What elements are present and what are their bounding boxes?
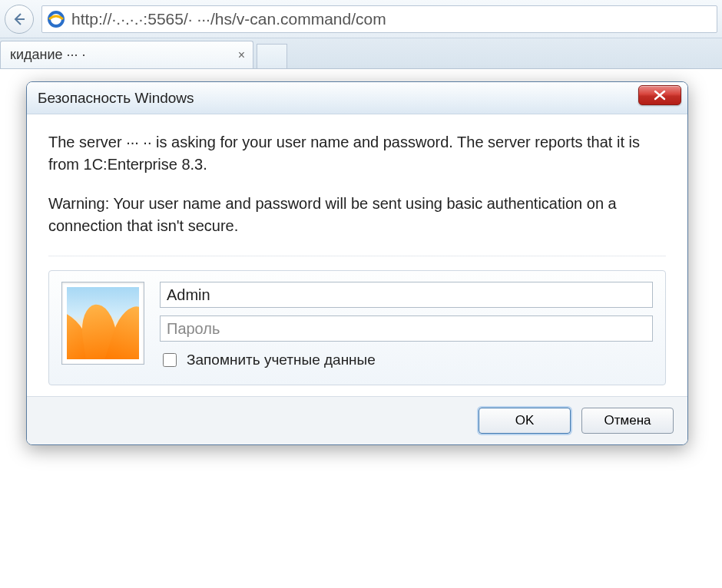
divider bbox=[48, 256, 666, 256]
user-avatar bbox=[61, 282, 144, 365]
arrow-left-icon bbox=[12, 12, 27, 27]
remember-label-text: Запомнить учетные данные bbox=[187, 352, 376, 368]
dialog-footer: OK Отмена bbox=[27, 396, 687, 444]
browser-toolbar: http://·.·.·.·:5565/· ···/hs/v-can.comma… bbox=[0, 0, 722, 38]
address-bar[interactable]: http://·.·.·.·:5565/· ···/hs/v-can.comma… bbox=[41, 5, 717, 33]
password-input[interactable] bbox=[160, 315, 653, 342]
dialog-body: The server ··· ·· is asking for your use… bbox=[27, 114, 687, 396]
tab-strip: кидание ··· · × bbox=[0, 38, 722, 69]
back-button[interactable] bbox=[5, 5, 34, 34]
dialog-title: Безопасность Windows bbox=[38, 90, 194, 107]
cancel-button[interactable]: Отмена bbox=[581, 408, 674, 434]
remember-checkbox-label[interactable]: Запомнить учетные данные bbox=[160, 351, 653, 369]
credential-fields: Запомнить учетные данные bbox=[160, 282, 653, 369]
dialog-message-2: Warning: Your user name and password wil… bbox=[48, 193, 666, 237]
new-tab-button[interactable] bbox=[257, 44, 287, 68]
tab-close-button[interactable]: × bbox=[238, 48, 245, 62]
dialog-titlebar: Безопасность Windows bbox=[27, 82, 687, 114]
remember-checkbox[interactable] bbox=[163, 353, 177, 367]
close-icon bbox=[654, 90, 666, 101]
page-content: Безопасность Windows The server ··· ·· i… bbox=[0, 69, 722, 588]
auth-dialog: Безопасность Windows The server ··· ·· i… bbox=[26, 81, 688, 445]
browser-tab[interactable]: кидание ··· · × bbox=[0, 41, 253, 68]
tab-title: кидание ··· · bbox=[10, 47, 85, 63]
username-input[interactable] bbox=[160, 282, 653, 308]
url-text: http://·.·.·.·:5565/· ···/hs/v-can.comma… bbox=[71, 10, 386, 28]
ie-icon bbox=[47, 10, 65, 28]
ok-button[interactable]: OK bbox=[479, 408, 571, 434]
credentials-box: Запомнить учетные данные bbox=[48, 270, 666, 385]
dialog-close-button[interactable] bbox=[638, 85, 681, 105]
svg-point-0 bbox=[49, 12, 63, 26]
dialog-message-1: The server ··· ·· is asking for your use… bbox=[48, 131, 666, 176]
